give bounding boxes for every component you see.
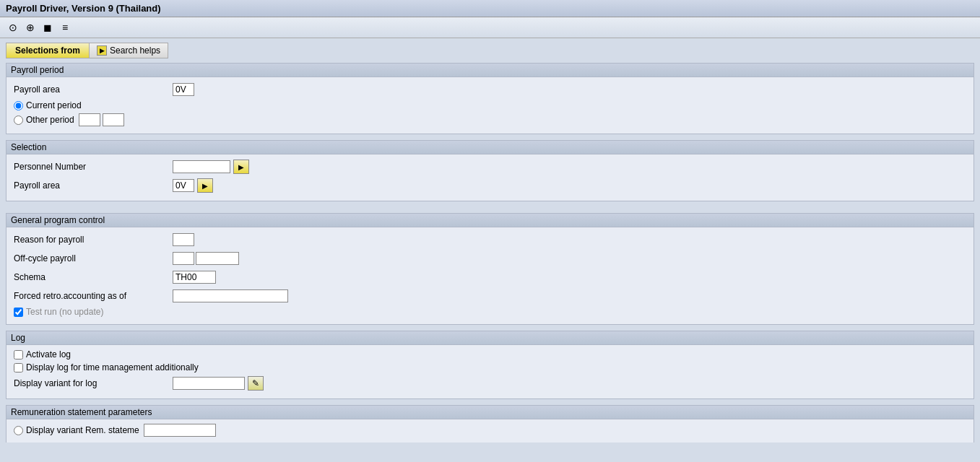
log-section: Log Activate log Display log for time ma… — [6, 331, 974, 399]
off-cycle-payroll-label: Off-cycle payroll — [14, 253, 173, 263]
personnel-number-input[interactable] — [173, 160, 230, 173]
selection-body: Personnel Number ▶ Payroll area ▶ — [6, 154, 974, 201]
general-program-control-section: General program control Reason for payro… — [6, 213, 974, 325]
current-period-row: Current period — [14, 100, 966, 110]
payroll-area-row: Payroll area — [14, 82, 966, 97]
activate-log-label: Activate log — [26, 349, 71, 359]
other-period-input1[interactable] — [79, 113, 100, 126]
remuneration-display-variant-input[interactable] — [144, 424, 216, 437]
display-variant-log-row: Display variant for log ✎ — [14, 375, 966, 391]
payroll-period-header: Payroll period — [6, 64, 974, 77]
search-helps-arrow-icon: ▶ — [97, 45, 107, 56]
other-period-label: Other period — [26, 115, 74, 125]
remuneration-body: Display variant Rem. stateme — [6, 419, 974, 443]
activate-log-checkbox[interactable] — [14, 350, 23, 359]
remuneration-section: Remuneration statement parameters Displa… — [6, 405, 974, 443]
selection-section: Selection Personnel Number ▶ Payroll are… — [6, 140, 974, 201]
other-period-input2[interactable] — [103, 113, 124, 126]
other-period-radio[interactable] — [14, 116, 23, 125]
off-cycle-inputs — [173, 252, 239, 265]
test-run-label: Test run (no update) — [26, 307, 103, 317]
personnel-number-lookup-btn[interactable]: ▶ — [233, 160, 249, 174]
remuneration-header: Remuneration statement parameters — [6, 406, 974, 419]
selections-from-button[interactable]: Selections from — [6, 43, 90, 58]
selection-payroll-area-lookup-btn[interactable]: ▶ — [197, 178, 213, 193]
reason-for-payroll-label: Reason for payroll — [14, 235, 173, 245]
payroll-period-body: Payroll area Current period Other period — [6, 77, 974, 134]
schema-input[interactable] — [173, 271, 216, 284]
test-run-checkbox[interactable] — [14, 308, 23, 317]
display-log-row: Display log for time management addition… — [14, 362, 966, 372]
personnel-number-label: Personnel Number — [14, 162, 173, 172]
display-variant-log-pencil-btn[interactable]: ✎ — [248, 376, 264, 391]
off-cycle-payroll-row: Off-cycle payroll — [14, 250, 966, 266]
payroll-period-section: Payroll period Payroll area Current peri… — [6, 63, 974, 134]
schema-label: Schema — [14, 272, 173, 282]
forward-icon[interactable]: ⊕ — [23, 20, 38, 35]
schema-row: Schema — [14, 269, 966, 285]
off-cycle-input2[interactable] — [196, 252, 239, 265]
current-period-label: Current period — [26, 100, 82, 110]
display-log-checkbox[interactable] — [14, 363, 23, 372]
payroll-area-label: Payroll area — [14, 84, 173, 95]
forced-retro-label: Forced retro.accounting as of — [14, 291, 173, 301]
other-period-inputs — [79, 113, 124, 126]
button-bar: Selections from ▶ Search helps — [6, 43, 974, 58]
test-run-row: Test run (no update) — [14, 307, 966, 317]
general-program-control-body: Reason for payroll Off-cycle payroll Sch… — [6, 227, 974, 324]
selection-payroll-area-input[interactable] — [173, 179, 194, 192]
selection-payroll-area-row: Payroll area ▶ — [14, 178, 966, 193]
back-icon[interactable]: ⊙ — [6, 20, 20, 35]
personnel-number-row: Personnel Number ▶ — [14, 159, 966, 175]
display-variant-log-label: Display variant for log — [14, 378, 173, 388]
log-header: Log — [6, 331, 974, 345]
forced-retro-row: Forced retro.accounting as of — [14, 288, 966, 304]
general-program-control-header: General program control — [6, 214, 974, 227]
selection-header: Selection — [6, 141, 974, 154]
display-variant-log-input[interactable] — [173, 377, 245, 390]
reason-for-payroll-row: Reason for payroll — [14, 232, 966, 248]
log-body: Activate log Display log for time manage… — [6, 345, 974, 398]
payroll-area-input[interactable] — [173, 83, 194, 96]
other-period-row: Other period — [14, 113, 966, 126]
display-log-label: Display log for time management addition… — [26, 362, 199, 372]
search-helps-button[interactable]: ▶ Search helps — [90, 43, 168, 58]
selection-payroll-area-label: Payroll area — [14, 180, 173, 191]
off-cycle-input1[interactable] — [173, 252, 194, 265]
activate-log-row: Activate log — [14, 349, 966, 359]
remuneration-display-variant-row: Display variant Rem. stateme — [14, 424, 966, 437]
remuneration-display-variant-radio[interactable] — [14, 426, 23, 435]
reason-for-payroll-input[interactable] — [173, 233, 194, 246]
save-icon[interactable]: ◼ — [40, 20, 55, 35]
toolbar: ⊙ ⊕ ◼ ≡ © www.tutorialkart.com — [0, 17, 980, 38]
current-period-radio[interactable] — [14, 101, 23, 110]
main-content: Selections from ▶ Search helps Payroll p… — [0, 38, 980, 443]
forced-retro-input[interactable] — [173, 289, 288, 302]
search-helps-label: Search helps — [110, 45, 160, 56]
remuneration-display-variant-label: Display variant Rem. stateme — [26, 425, 139, 435]
app-title: Payroll Driver, Version 9 (Thailand) — [6, 3, 161, 14]
title-bar: Payroll Driver, Version 9 (Thailand) — [0, 0, 980, 17]
menu-icon[interactable]: ≡ — [58, 20, 72, 35]
